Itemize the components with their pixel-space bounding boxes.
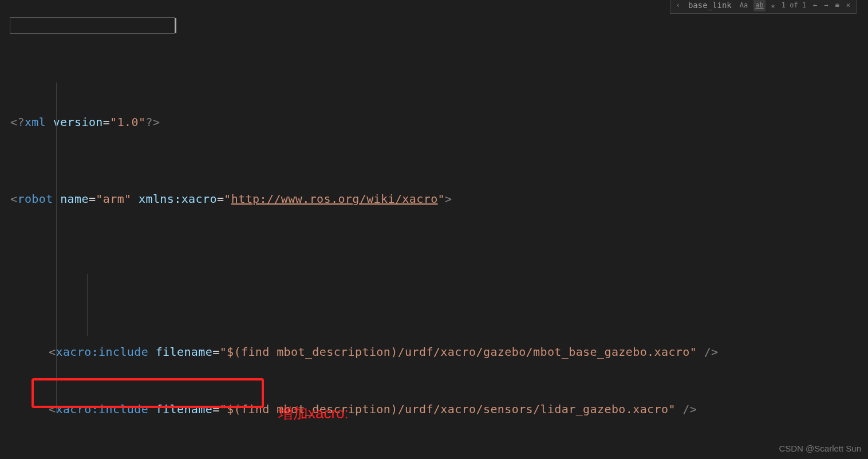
match-case-toggle[interactable]: Aa	[739, 0, 749, 11]
code-line[interactable]: <xacro:include filename="$(find mbot_des…	[10, 343, 868, 362]
next-match-icon[interactable]: →	[823, 0, 829, 11]
code-line[interactable]: <robot name="arm" xmlns:xacro="http://ww…	[10, 190, 868, 209]
indent-guide	[87, 274, 88, 336]
find-input[interactable]: base_link	[686, 0, 734, 12]
find-widget[interactable]: ‹ base_link Aa ab ⁎ 1 of 1 ← → ≡ ×	[670, 0, 857, 14]
indent-guide	[56, 83, 57, 412]
match-count: 1 of 1	[780, 0, 807, 11]
find-menu-icon[interactable]: ≡	[834, 0, 841, 11]
regex-toggle[interactable]: ⁎	[770, 0, 776, 11]
prev-match-icon[interactable]: ←	[812, 0, 818, 11]
find-prev-icon[interactable]: ‹	[675, 0, 681, 11]
annotation-box	[31, 378, 264, 408]
annotation-text: 增加xacro:	[278, 401, 349, 426]
watermark: CSDN @Scarlett Sun	[779, 441, 861, 456]
code-line[interactable]	[10, 266, 868, 285]
code-line[interactable]: <?xml version="1.0"?>	[10, 113, 868, 132]
match-whole-word-toggle[interactable]: ab	[753, 0, 765, 11]
close-find-icon[interactable]: ×	[845, 0, 851, 11]
